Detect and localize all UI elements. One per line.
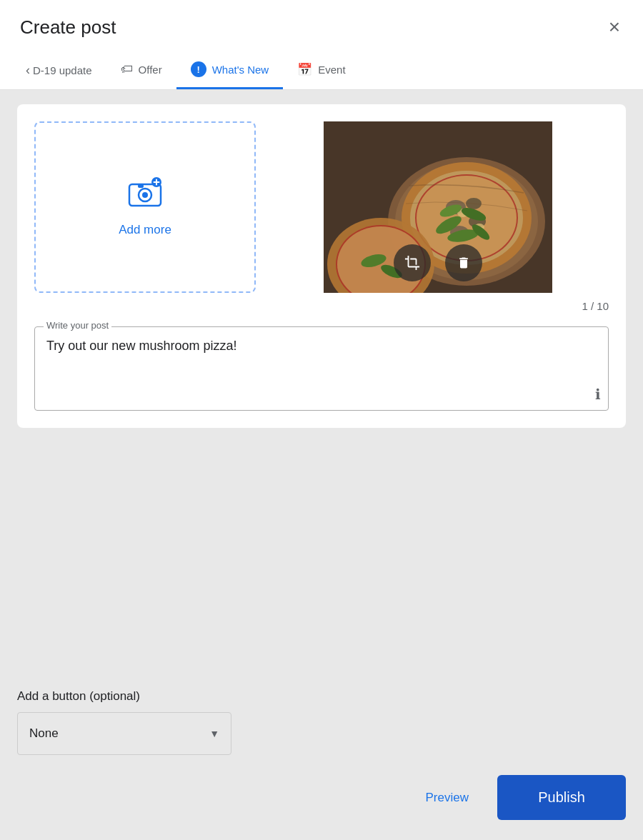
action-buttons: Preview Publish — [0, 755, 643, 840]
post-textarea-wrapper: Write your post ℹ — [34, 326, 609, 411]
add-button-label: Add a button (optional) — [17, 689, 626, 704]
chevron-left-icon: ‹ — [26, 63, 30, 78]
camera-plus-icon — [126, 177, 164, 214]
dropdown-selected-value: None — [29, 726, 59, 741]
event-calendar-icon: 📅 — [297, 62, 312, 77]
crop-button[interactable] — [394, 244, 431, 281]
button-type-dropdown[interactable]: None ▼ — [17, 712, 231, 755]
offer-tag-icon: 🏷 — [121, 62, 133, 76]
bottom-section: Add a button (optional) None ▼ — [0, 672, 643, 755]
image-counter: 1 / 10 — [34, 300, 609, 312]
whats-new-icon: ! — [191, 61, 206, 77]
dialog-title: Create post — [20, 16, 116, 39]
tab-offer-label: Offer — [139, 64, 162, 76]
post-card: Add more — [17, 104, 626, 428]
dialog-header: Create post × ‹ D-19 update 🏷 Offer ! Wh… — [0, 0, 643, 90]
add-more-label: Add more — [119, 223, 171, 237]
tab-event[interactable]: 📅 Event — [283, 52, 359, 89]
svg-point-2 — [142, 192, 148, 198]
tab-back-label: D-19 update — [33, 64, 92, 76]
dropdown-arrow-icon: ▼ — [209, 728, 219, 739]
delete-button[interactable] — [445, 244, 482, 281]
close-button[interactable]: × — [606, 14, 623, 40]
tab-back-d19[interactable]: ‹ D-19 update — [20, 53, 106, 88]
main-content: Add more — [0, 90, 643, 672]
tab-whats-new[interactable]: ! What's New — [176, 51, 284, 89]
tab-event-label: Event — [318, 64, 345, 76]
tab-offer[interactable]: 🏷 Offer — [106, 52, 176, 89]
image-section: Add more — [34, 121, 609, 293]
tab-bar: ‹ D-19 update 🏷 Offer ! What's New 📅 Eve… — [20, 51, 623, 89]
info-icon[interactable]: ℹ — [595, 386, 601, 403]
post-textarea[interactable] — [46, 339, 597, 396]
image-action-buttons — [267, 244, 609, 281]
add-more-button[interactable]: Add more — [34, 121, 256, 293]
tab-whats-new-label: What's New — [212, 64, 269, 76]
svg-rect-3 — [138, 184, 144, 188]
publish-button[interactable]: Publish — [497, 775, 626, 820]
preview-button[interactable]: Preview — [414, 785, 480, 811]
pizza-image-preview — [267, 121, 609, 293]
post-textarea-label: Write your post — [44, 320, 111, 331]
